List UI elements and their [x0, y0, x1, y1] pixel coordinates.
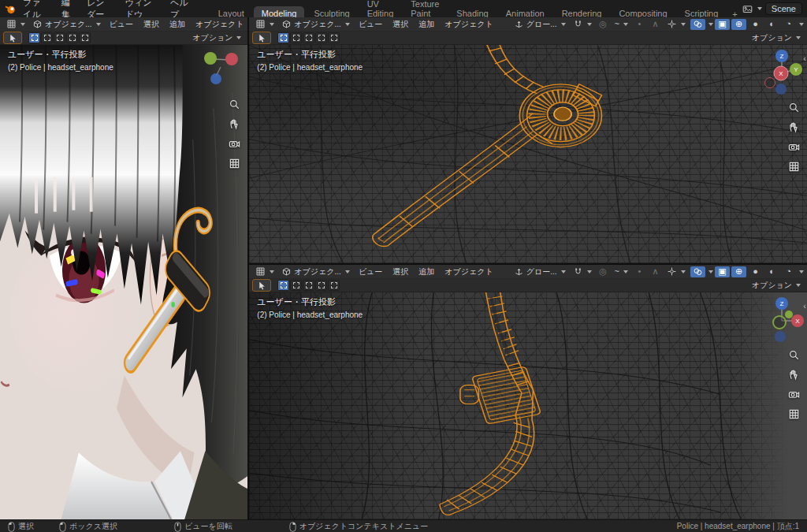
select-mode-extend[interactable] [290, 280, 302, 291]
select-mode-set[interactable] [28, 32, 40, 43]
menu-view[interactable]: ビュー [105, 18, 138, 31]
overlays-toggle[interactable] [690, 266, 705, 277]
tool-options-dropdown[interactable]: オプション [749, 32, 804, 44]
snap-target-icon[interactable]: • [632, 19, 647, 30]
mode-dropdown[interactable]: オブジェク... [278, 266, 353, 278]
viewport-info-overlay: ユーザー・平行投影 (2) Police | headset_earphone [8, 49, 113, 72]
ortho-grid-icon[interactable] [788, 408, 800, 420]
shading-wireframe-button[interactable]: ⊕ [731, 266, 746, 277]
select-mode-intersect[interactable] [328, 280, 340, 291]
zoom-icon[interactable] [229, 99, 240, 110]
viewport-left-canvas[interactable]: ユーザー・平行投影 (2) Police | headset_earphone [0, 45, 247, 519]
shading-solid-button[interactable]: ● [748, 266, 763, 277]
transform-orientation-dropdown[interactable]: グロー... [511, 18, 569, 31]
menu-add[interactable]: 追加 [414, 266, 439, 278]
proportional-cone-icon[interactable]: ∧ [648, 266, 663, 277]
menu-select[interactable]: 選択 [388, 266, 413, 278]
menu-add[interactable]: 追加 [165, 18, 190, 31]
pan-hand-icon[interactable] [788, 369, 800, 381]
select-mode-intersect[interactable] [79, 32, 91, 43]
camera-view-icon[interactable] [788, 389, 800, 400]
select-mode-intersect[interactable] [328, 32, 340, 43]
chevron-down-icon [270, 23, 274, 26]
select-mode-subtract[interactable] [54, 32, 65, 43]
shading-material-button[interactable]: ◐ [764, 19, 779, 30]
viewport-top-right: オブジェク... ビュー 選択 追加 オブジェクト グロー... ◎ ~ • ∧ [249, 17, 807, 263]
ortho-grid-icon[interactable] [229, 158, 240, 169]
select-mode-set[interactable] [277, 280, 289, 291]
viewport-nav-buttons [229, 99, 240, 169]
active-tool-button[interactable] [3, 32, 22, 44]
select-mode-subtract[interactable] [303, 280, 314, 291]
scene-icon[interactable] [742, 4, 753, 14]
select-mode-extend[interactable] [290, 32, 302, 43]
mode-dropdown[interactable]: オブジェク... [29, 18, 104, 31]
editor-type-button[interactable] [3, 18, 28, 30]
navigation-gizmo[interactable] [200, 48, 244, 92]
proportional-falloff-dropdown[interactable]: ~ [612, 19, 631, 29]
shading-material-button[interactable]: ◐ [764, 266, 779, 277]
pan-hand-icon[interactable] [788, 121, 800, 133]
status-hint-context-menu: オブジェクトコンテキストメニュー [289, 521, 429, 532]
pan-hand-icon[interactable] [229, 118, 240, 130]
menu-object[interactable]: オブジェクト [191, 18, 247, 31]
mode-dropdown[interactable]: オブジェク... [278, 18, 353, 31]
gizmo-dropdown[interactable] [664, 266, 689, 277]
menu-add[interactable]: 追加 [414, 18, 439, 31]
mode-label: オブジェク... [294, 19, 341, 30]
select-mode-invert[interactable] [315, 32, 327, 43]
gizmo-dropdown[interactable] [664, 18, 689, 30]
snap-toggle[interactable] [570, 18, 595, 30]
options-label: オプション [752, 32, 792, 43]
status-hint-select: 選択 [8, 521, 34, 532]
overlays-toggle[interactable] [690, 19, 705, 30]
proportional-editing-toggle[interactable]: ◎ [596, 19, 611, 30]
editor-type-button[interactable] [252, 266, 277, 277]
zoom-icon[interactable] [788, 102, 800, 113]
headset-wireframe-top [373, 45, 602, 246]
axis-z-handle [210, 73, 221, 84]
camera-view-icon[interactable] [788, 141, 800, 153]
ortho-grid-icon[interactable] [788, 161, 800, 173]
viewport-bottom-right-canvas[interactable]: ユーザー・平行投影 (2) Police | headset_earphone … [249, 292, 807, 519]
active-tool-button[interactable] [252, 32, 271, 44]
camera-view-icon[interactable] [229, 138, 240, 150]
viewport-top-right-header: オブジェク... ビュー 選択 追加 オブジェクト グロー... ◎ ~ • ∧ [249, 17, 807, 45]
editor-type-button[interactable] [252, 18, 277, 30]
proportional-cone-icon[interactable]: ∧ [648, 19, 663, 30]
xray-toggle[interactable]: ▣ [715, 266, 730, 277]
viewport-top-right-canvas[interactable]: ユーザー・平行投影 (2) Police | headset_earphone … [249, 45, 807, 263]
select-mode-subtract[interactable] [303, 32, 314, 43]
navigation-gizmo[interactable]: Z Y X [760, 48, 804, 95]
zoom-icon[interactable] [788, 349, 800, 361]
chevron-down-icon[interactable] [757, 7, 762, 10]
active-tool-button[interactable] [252, 279, 271, 292]
snap-target-icon[interactable]: • [632, 266, 647, 277]
shading-solid-button[interactable]: ● [748, 19, 763, 30]
menu-view[interactable]: ビュー [354, 266, 387, 278]
proportional-editing-toggle[interactable]: ◎ [596, 266, 611, 277]
shading-rendered-button[interactable]: ◔ [781, 266, 796, 277]
navigation-gizmo[interactable]: Z X [760, 296, 804, 343]
tool-options-dropdown[interactable]: オプション [189, 32, 244, 44]
snap-toggle[interactable] [570, 266, 595, 277]
menu-view[interactable]: ビュー [354, 18, 387, 31]
select-mode-invert[interactable] [315, 280, 327, 291]
select-mode-extend[interactable] [41, 32, 53, 43]
scene-name-field[interactable]: Scene [765, 2, 802, 15]
menu-select[interactable]: 選択 [388, 18, 413, 31]
shading-rendered-button[interactable]: ◔ [781, 19, 796, 30]
tool-options-dropdown[interactable]: オプション [749, 279, 804, 292]
transform-orientation-dropdown[interactable]: グロー... [511, 266, 569, 278]
menu-object[interactable]: オブジェクト [440, 18, 497, 31]
proportional-falloff-dropdown[interactable]: ~ [612, 266, 631, 277]
select-mode-invert[interactable] [66, 32, 78, 43]
blender-logo-icon[interactable] [5, 3, 17, 15]
xray-toggle[interactable]: ▣ [715, 19, 730, 30]
menu-object[interactable]: オブジェクト [440, 266, 497, 278]
character-art [0, 45, 247, 519]
menu-select[interactable]: 選択 [139, 18, 164, 31]
shading-wireframe-button[interactable]: ⊕ [731, 19, 746, 30]
select-mode-set[interactable] [277, 32, 289, 43]
chevron-down-icon [681, 270, 686, 273]
